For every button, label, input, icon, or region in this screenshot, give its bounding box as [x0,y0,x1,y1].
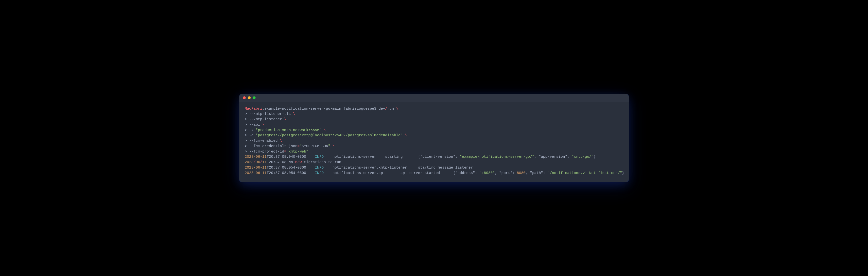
terminal-output: MacFabri:example-notification-server-go-… [239,102,629,182]
terminal-window: MacFabri:example-notification-server-go-… [239,94,629,182]
cwd: example-notification-server-go-main [265,107,341,111]
hostname: MacFabri [245,107,262,111]
close-icon[interactable] [243,96,246,99]
log-date: 2023-06-11 [245,155,267,159]
minimize-icon[interactable] [248,96,251,99]
user: fabrizioguespe$ [341,107,378,111]
maximize-icon[interactable] [253,96,255,99]
window-titlebar [239,94,629,102]
log-level: INFO [315,155,324,159]
